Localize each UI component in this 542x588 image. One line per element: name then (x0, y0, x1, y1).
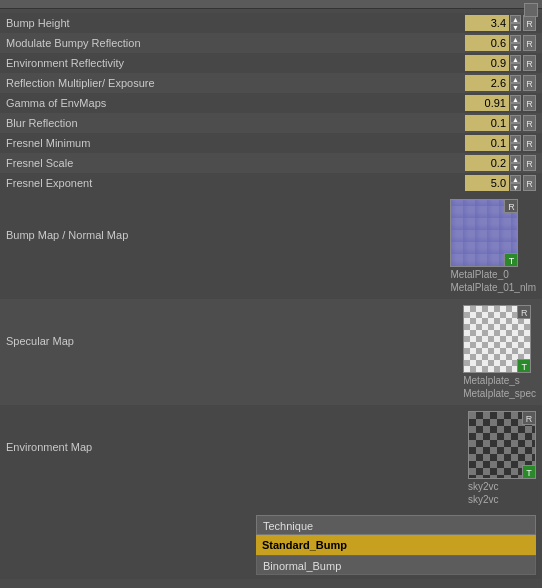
param-spinners: ▲ ▼ (510, 115, 521, 131)
param-row: Gamma of EnvMaps 0.91 ▲ ▼ R (0, 93, 542, 113)
param-value[interactable]: 5.0 (465, 175, 509, 191)
param-value[interactable]: 0.2 (465, 155, 509, 171)
param-row: Environment Reflectivity 0.9 ▲ ▼ R (0, 53, 542, 73)
spin-up-button[interactable]: ▲ (510, 175, 521, 183)
spin-down-button[interactable]: ▼ (510, 123, 521, 131)
param-input-group: 0.1 ▲ ▼ R (465, 135, 536, 151)
map-thumb-wrapper: R T (463, 305, 531, 373)
param-label: Fresnel Exponent (6, 177, 465, 189)
spin-down-button[interactable]: ▼ (510, 163, 521, 171)
map-t-button[interactable]: T (504, 253, 518, 267)
map-thumb-wrapper: R T (450, 199, 518, 267)
map-section: Bump Map / Normal Map R T MetalPlate_0 M… (0, 193, 542, 299)
param-input-group: 2.6 ▲ ▼ R (465, 75, 536, 91)
dropdown-item[interactable]: Binormal_Bump (256, 555, 536, 575)
spin-up-button[interactable]: ▲ (510, 135, 521, 143)
param-row: Fresnel Exponent 5.0 ▲ ▼ R (0, 173, 542, 193)
reset-button[interactable]: R (523, 35, 536, 51)
param-row: Reflection Multiplier/ Exposure 2.6 ▲ ▼ … (0, 73, 542, 93)
map-thumb-area: R T Metalplate_s Metalplate_spec (463, 305, 536, 399)
reset-button[interactable]: R (523, 135, 536, 151)
param-value[interactable]: 3.4 (465, 15, 509, 31)
param-value[interactable]: 0.6 (465, 35, 509, 51)
param-label: Fresnel Minimum (6, 137, 465, 149)
param-label: Modulate Bumpy Reflection (6, 37, 465, 49)
reset-button[interactable]: R (523, 55, 536, 71)
spin-down-button[interactable]: ▼ (510, 183, 521, 191)
spin-up-button[interactable]: ▲ (510, 95, 521, 103)
param-spinners: ▲ ▼ (510, 155, 521, 171)
param-input-group: 5.0 ▲ ▼ R (465, 175, 536, 191)
reset-button[interactable]: R (523, 155, 536, 171)
map-r-button[interactable]: R (504, 199, 518, 213)
technique-dropdown: TechniqueStandard_BumpBinormal_Bump (256, 515, 536, 575)
param-value[interactable]: 0.9 (465, 55, 509, 71)
spin-up-button[interactable]: ▲ (510, 35, 521, 43)
spin-down-button[interactable]: ▼ (510, 43, 521, 51)
reset-button[interactable]: R (523, 75, 536, 91)
map-section: Specular Map R T Metalplate_s Metalplate… (0, 299, 542, 405)
map-thumb-wrapper: R T (468, 411, 536, 479)
param-row: Fresnel Minimum 0.1 ▲ ▼ R (0, 133, 542, 153)
map-r-button[interactable]: R (517, 305, 531, 319)
param-spinners: ▲ ▼ (510, 75, 521, 91)
map-short-name: Metalplate_s (463, 375, 520, 386)
dropdown-item[interactable]: Standard_Bump (256, 535, 536, 555)
map-t-button[interactable]: T (522, 465, 536, 479)
param-value[interactable]: 2.6 (465, 75, 509, 91)
spin-up-button[interactable]: ▲ (510, 55, 521, 63)
reset-button[interactable]: R (523, 115, 536, 131)
spin-up-button[interactable]: ▲ (510, 115, 521, 123)
param-label: Bump Height (6, 17, 465, 29)
spin-down-button[interactable]: ▼ (510, 143, 521, 151)
param-value[interactable]: 0.1 (465, 135, 509, 151)
map-thumb-area: R T sky2vc sky2vc (468, 411, 536, 505)
param-spinners: ▲ ▼ (510, 95, 521, 111)
param-row: Modulate Bumpy Reflection 0.6 ▲ ▼ R (0, 33, 542, 53)
reset-button[interactable]: R (523, 15, 536, 31)
dropdown-item[interactable]: Technique (256, 515, 536, 535)
spin-down-button[interactable]: ▼ (510, 63, 521, 71)
map-section: Environment Map R T sky2vc sky2vc (0, 405, 542, 511)
spin-up-button[interactable]: ▲ (510, 155, 521, 163)
spin-down-button[interactable]: ▼ (510, 23, 521, 31)
param-input-group: 3.4 ▲ ▼ R (465, 15, 536, 31)
map-label: Specular Map (6, 305, 463, 347)
param-label: Fresnel Scale (6, 157, 465, 169)
map-short-name: sky2vc (468, 481, 499, 492)
map-full-name: sky2vc (468, 494, 499, 505)
technique-section: TechniqueStandard_BumpBinormal_Bump (0, 511, 542, 579)
spin-down-button[interactable]: ▼ (510, 83, 521, 91)
reset-button[interactable]: R (523, 95, 536, 111)
map-label: Bump Map / Normal Map (6, 199, 450, 241)
param-input-group: 0.2 ▲ ▼ R (465, 155, 536, 171)
param-row: Fresnel Scale 0.2 ▲ ▼ R (0, 153, 542, 173)
param-label: Environment Reflectivity (6, 57, 465, 69)
map-thumb-area: R T MetalPlate_0 MetalPlate_01_nlm (450, 199, 536, 293)
map-r-button[interactable]: R (522, 411, 536, 425)
spin-up-button[interactable]: ▲ (510, 15, 521, 23)
param-row: Bump Height 3.4 ▲ ▼ R (0, 13, 542, 33)
spin-down-button[interactable]: ▼ (510, 103, 521, 111)
map-label: Environment Map (6, 411, 468, 453)
param-spinners: ▲ ▼ (510, 175, 521, 191)
param-input-group: 0.1 ▲ ▼ R (465, 115, 536, 131)
param-value[interactable]: 0.1 (465, 115, 509, 131)
param-label: Blur Reflection (6, 117, 465, 129)
param-input-group: 0.9 ▲ ▼ R (465, 55, 536, 71)
param-spinners: ▲ ▼ (510, 135, 521, 151)
spin-up-button[interactable]: ▲ (510, 75, 521, 83)
param-value[interactable]: 0.91 (465, 95, 509, 111)
param-label: Gamma of EnvMaps (6, 97, 465, 109)
param-spinners: ▲ ▼ (510, 35, 521, 51)
map-t-button[interactable]: T (517, 359, 531, 373)
reset-button[interactable]: R (523, 175, 536, 191)
param-row: Blur Reflection 0.1 ▲ ▼ R (0, 113, 542, 133)
param-input-group: 0.91 ▲ ▼ R (465, 95, 536, 111)
map-full-name: MetalPlate_01_nlm (450, 282, 536, 293)
map-full-name: Metalplate_spec (463, 388, 536, 399)
param-spinners: ▲ ▼ (510, 15, 521, 31)
param-label: Reflection Multiplier/ Exposure (6, 77, 465, 89)
title-bar (0, 0, 542, 9)
info-button[interactable] (524, 3, 538, 17)
